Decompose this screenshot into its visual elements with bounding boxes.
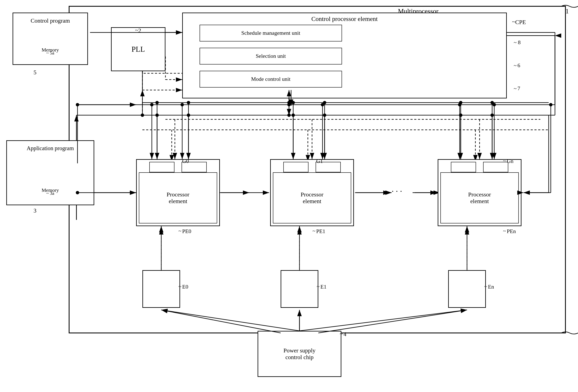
ref3-label: 3: [34, 207, 37, 214]
svg-line-66: [161, 310, 281, 333]
svg-point-44: [141, 113, 144, 117]
mode-control-label: Mode control unit: [251, 76, 290, 82]
e1-box: [281, 270, 318, 308]
pe0-tilde: ~: [178, 228, 181, 234]
en-label: En: [488, 284, 494, 290]
ref8-label: 8: [518, 39, 521, 46]
en-tilde: ~: [484, 283, 487, 290]
svg-point-56: [490, 101, 494, 104]
svg-point-92: [181, 103, 184, 106]
svg-point-21: [155, 113, 159, 117]
svg-point-54: [323, 101, 326, 104]
e0-box: [143, 270, 180, 308]
selection-unit-label: Selection unit: [256, 53, 286, 59]
svg-point-95: [458, 103, 461, 106]
cpe-tilde: ~: [512, 18, 515, 25]
ref5-label: 5: [34, 69, 37, 76]
svg-point-97: [549, 103, 552, 106]
pe1-ref-label: PE1: [316, 228, 325, 235]
pen-tilde: ~: [503, 228, 506, 234]
ref8-tilde: ~: [514, 39, 517, 46]
gn-label: Gn: [507, 158, 514, 164]
g1-label: G1: [316, 158, 323, 164]
pen-label: Processorelement: [468, 191, 491, 205]
svg-point-48: [287, 113, 291, 117]
gn-tilde: ~: [503, 158, 506, 164]
schedule-mgmt-label: Schedule management unit: [241, 30, 300, 36]
dots-label: · · ·: [392, 186, 402, 196]
svg-point-26: [490, 113, 494, 117]
control-program-label: Control program: [31, 17, 70, 24]
ref7-label: 7: [518, 85, 520, 92]
ref7-tilde: ~: [514, 85, 517, 92]
pe0-box: Processorelement: [136, 159, 220, 226]
pe0-label: Processorelement: [167, 191, 190, 205]
svg-point-94: [321, 103, 324, 106]
svg-line-68: [318, 310, 467, 333]
ref2-label: 2: [138, 27, 141, 34]
svg-point-23: [291, 113, 295, 117]
svg-line-40: [161, 310, 299, 331]
mode-control-box: Mode control unit: [199, 71, 342, 88]
pll-label: PLL: [132, 45, 145, 54]
app-program-box: Application program Memory ~ 3a: [6, 140, 94, 205]
svg-point-53: [291, 101, 295, 104]
g0-label: G0: [182, 158, 189, 164]
ref4-label: 4: [343, 331, 346, 338]
ref6-tilde: ~: [514, 62, 517, 69]
svg-point-52: [287, 101, 291, 104]
svg-point-96: [492, 103, 496, 106]
e1-tilde: ~: [317, 283, 320, 290]
selection-unit-box: Selection unit: [199, 48, 342, 64]
pen-box: Processorelement: [438, 159, 522, 226]
cpe-box: Control processor element Schedule manag…: [182, 13, 507, 98]
cpe-title: Control processor element: [311, 15, 378, 22]
pe1-tilde: ~: [312, 228, 315, 234]
diagram: Multiprocessor 1 CPE ~ Control processor…: [0, 0, 578, 392]
app-program-label: Application program: [25, 145, 76, 152]
en-box: [448, 270, 486, 308]
svg-point-24: [323, 113, 326, 117]
ref6-label: 6: [518, 62, 520, 69]
cpe-label: CPE: [515, 19, 526, 26]
svg-point-93: [287, 103, 291, 106]
pen-ref-label: PEn: [507, 228, 516, 235]
ref2-tilde: ~: [135, 27, 138, 34]
pe0-ref-label: PE0: [182, 228, 191, 235]
svg-point-51: [187, 101, 190, 104]
psc-box: Power supply control chip: [258, 331, 341, 377]
svg-point-50: [155, 101, 159, 104]
svg-point-55: [459, 101, 462, 104]
ref1-label: 1: [565, 7, 569, 15]
e1-label: E1: [320, 284, 327, 290]
e0-label: E0: [182, 284, 188, 290]
schedule-mgmt-box: Schedule management unit: [199, 25, 342, 42]
pe1-label: Processorelement: [301, 191, 324, 205]
svg-point-99: [76, 103, 79, 106]
psc-label: Power supply control chip: [283, 347, 315, 361]
ref4-tilde: ~: [340, 330, 343, 337]
svg-point-91: [150, 103, 153, 106]
pe1-box: Processorelement: [270, 159, 354, 226]
svg-point-25: [459, 113, 462, 117]
control-program-box: Control program Memory ~ 5a: [13, 13, 88, 65]
svg-point-22: [187, 113, 190, 117]
svg-line-42: [299, 310, 467, 331]
e0-tilde: ~: [178, 283, 181, 290]
